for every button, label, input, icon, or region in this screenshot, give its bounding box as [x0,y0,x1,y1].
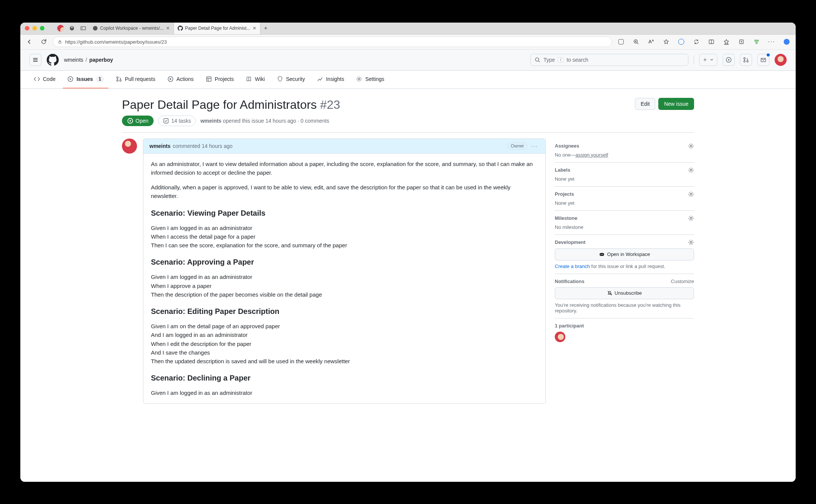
collections-icon[interactable] [736,37,747,47]
edit-button[interactable]: Edit [635,98,655,110]
copilot-icon [599,251,605,257]
sidebar-assignees: Assignees No one—assign yourself [555,139,694,163]
svg-point-11 [755,42,758,44]
svg-point-9 [754,40,757,42]
copilot-sidebar-icon[interactable] [781,37,792,47]
minimize-window-button[interactable] [32,26,37,30]
profile-tab-icon[interactable] [57,25,64,32]
create-branch-link[interactable]: Create a branch [555,263,590,269]
new-issue-button[interactable]: New issue [658,98,694,110]
sidebar-participants: 1 participant [555,318,694,347]
search-input[interactable]: Type / to search [530,54,688,66]
sidebar-notifications: NotificationsCustomize Unsubscribe You'r… [555,274,694,318]
extension-1-icon[interactable] [676,37,687,47]
tab-copilot-workspace[interactable]: Copilot Workspace - wmeints/... ✕ [89,23,174,34]
owner-badge: Owner [507,143,527,149]
repo-name-link[interactable]: paperboy [89,57,113,63]
nav-insights[interactable]: Insights [312,71,349,88]
svg-point-41 [602,254,603,255]
open-in-workspace-button[interactable]: Open in Workspace [555,248,694,260]
customize-link[interactable]: Customize [671,279,694,284]
bell-slash-icon [607,291,612,296]
issues-global-icon[interactable] [723,54,735,66]
notification-badge [767,53,770,56]
svg-point-23 [117,80,118,81]
github-logo[interactable] [47,54,59,66]
refresh-button[interactable] [38,37,49,47]
nav-wiki[interactable]: Wiki [241,71,269,88]
new-tab-button[interactable]: + [260,23,271,34]
issue-opened: opened this issue 14 hours ago [223,118,296,124]
gear-icon[interactable] [688,215,694,221]
close-tab-icon[interactable]: ✕ [253,26,256,31]
svg-point-10 [757,40,759,42]
tab-github-issue[interactable]: Paper Detail Page for Administ... ✕ [174,23,260,34]
sidebar-title: Development [555,239,586,245]
svg-rect-26 [207,77,211,81]
svg-point-40 [601,254,601,255]
unsubscribe-button[interactable]: Unsubscribe [555,287,694,299]
create-new-button[interactable]: + [699,54,717,66]
sidebar-labels: Labels None yet [555,163,694,187]
comment-menu-icon[interactable]: ··· [530,143,539,149]
gear-icon[interactable] [688,167,694,173]
svg-point-18 [747,61,748,62]
nav-pull-requests[interactable]: Pull requests [111,71,160,88]
user-avatar[interactable] [775,54,787,66]
issue-author[interactable]: wmeints [200,118,221,124]
repo-owner-link[interactable]: wmeints [64,57,83,63]
breadcrumb-separator: / [85,57,87,63]
close-tab-icon[interactable]: ✕ [166,26,170,31]
apps-icon[interactable] [616,37,626,47]
hamburger-menu[interactable] [29,54,41,66]
svg-rect-1 [82,27,83,29]
address-bar[interactable]: https://github.com/wmeints/paperboy/issu… [53,37,612,47]
svg-point-22 [117,77,118,78]
sidebar-title: Milestone [555,215,577,221]
favorite-icon[interactable] [661,37,671,47]
svg-point-21 [70,78,71,80]
scenario-heading: Scenario: Editing Paper Description [151,306,538,317]
more-icon[interactable]: ··· [766,37,777,47]
pull-requests-global-icon[interactable] [740,54,752,66]
nav-actions[interactable]: Actions [163,71,198,88]
url-text: https://github.com/wmeints/paperboy/issu… [65,39,167,45]
tasks-badge[interactable]: 14 tasks [158,116,196,126]
tab-overview-icon[interactable] [78,23,89,34]
search-icon [534,57,540,63]
participant-avatar[interactable] [555,332,565,342]
notifications-icon[interactable] [757,54,769,66]
assign-yourself-link[interactable]: assign yourself [575,152,608,158]
comment-body: As an administrator, I want to view deta… [143,154,545,404]
sidebar-projects: Projects None yet [555,187,694,211]
maximize-window-button[interactable] [40,26,44,30]
svg-point-13 [536,58,539,61]
toolbar-icons: AA ··· [616,37,792,47]
extension-refresh-icon[interactable] [691,37,702,47]
nav-settings[interactable]: Settings [352,71,389,88]
scenario-heading: Scenario: Viewing Paper Details [151,207,538,219]
nav-security[interactable]: Security [273,71,310,88]
issue-meta: Open 14 tasks wmeints opened this issue … [122,116,694,126]
zoom-icon[interactable] [631,37,641,47]
extension-2-icon[interactable] [751,37,762,47]
gear-icon[interactable] [688,143,694,149]
tab-label: Paper Detail Page for Administ... [185,26,250,31]
comment-author-avatar[interactable] [122,139,137,154]
page-content: Paper Detail Page for Administrators #23… [20,89,796,482]
close-window-button[interactable] [25,26,29,30]
nav-projects[interactable]: Projects [201,71,239,88]
github-header: wmeints / paperboy Type / to search + [20,50,796,71]
nav-issues[interactable]: Issues1 [63,71,108,88]
svg-point-17 [744,61,745,62]
gear-icon[interactable] [688,191,694,197]
favorites-bar-icon[interactable] [721,37,732,47]
gear-icon[interactable] [688,239,694,245]
svg-point-2 [93,26,97,30]
comment-author[interactable]: wmeints [149,143,171,149]
reader-icon[interactable]: AA [646,37,656,47]
split-view-icon[interactable] [706,37,717,47]
back-button[interactable] [24,37,35,47]
workspaces-icon[interactable] [66,23,78,34]
nav-code[interactable]: Code [29,71,60,88]
